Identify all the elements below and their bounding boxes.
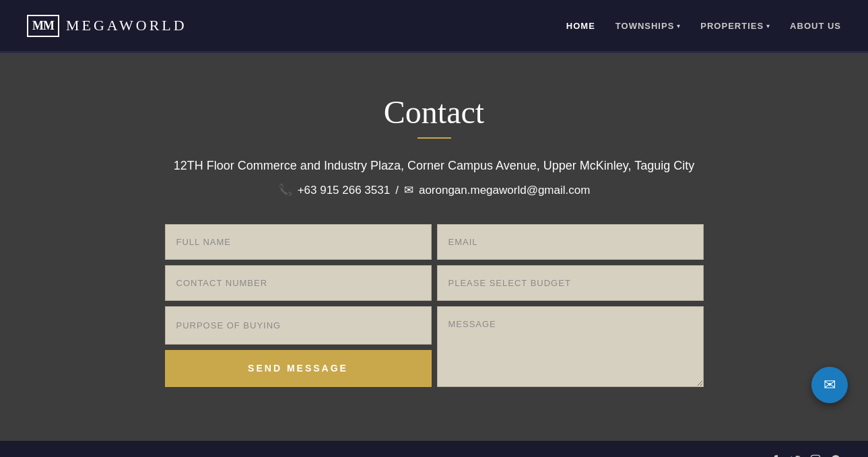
nav-item-properties[interactable]: PROPERTIES ▾	[700, 21, 770, 31]
brand-name: Megaworld	[66, 17, 187, 34]
facebook-icon[interactable]	[770, 454, 780, 457]
floating-mail-icon: ✉	[824, 376, 836, 394]
contact-phone: +63 915 266 3531	[298, 184, 391, 197]
nav-link-properties[interactable]: PROPERTIES	[700, 21, 764, 31]
contact-phone-email: 📞 +63 915 266 3531 / ✉ aorongan.megaworl…	[13, 183, 855, 197]
message-textarea[interactable]	[437, 306, 704, 387]
floating-mail-button[interactable]: ✉	[811, 367, 848, 403]
budget-select[interactable]: Please Select Budget	[437, 265, 704, 301]
email-input[interactable]	[437, 224, 704, 260]
purpose-input[interactable]	[165, 306, 432, 345]
instagram-icon[interactable]	[810, 454, 821, 457]
townships-dropdown-arrow: ▾	[677, 22, 680, 30]
footer: © 2019 - Mega World Corporation	[0, 441, 868, 457]
contact-number-input[interactable]	[165, 265, 432, 301]
brand-logo-text: MM	[32, 19, 54, 33]
send-button[interactable]: SEND MESSAGE	[165, 350, 432, 388]
nav-link-townships[interactable]: TOWNSHIPS	[615, 21, 675, 31]
nav-menu: HOME TOWNSHIPS ▾ PROPERTIES ▾ ABOUT US	[566, 20, 841, 32]
twitter-icon[interactable]	[790, 454, 801, 457]
nav-item-about[interactable]: ABOUT US	[790, 20, 841, 32]
properties-dropdown-arrow: ▾	[766, 22, 770, 30]
contact-email: aorongan.megaworld@gmail.com	[419, 184, 590, 197]
nav-dropdown-townships[interactable]: TOWNSHIPS ▾	[615, 21, 681, 31]
footer-socials	[770, 454, 841, 457]
brand-logo-link[interactable]: MM Megaworld	[27, 15, 187, 37]
page-title: Contact	[13, 94, 855, 131]
nav-item-townships[interactable]: TOWNSHIPS ▾	[615, 21, 681, 31]
main-content: Contact 12TH Floor Commerce and Industry…	[0, 53, 868, 441]
contact-address: 12TH Floor Commerce and Industry Plaza, …	[13, 159, 855, 173]
title-underline	[418, 137, 451, 139]
nav-link-home[interactable]: HOME	[566, 21, 595, 31]
contact-divider: /	[395, 184, 399, 197]
phone-icon: 📞	[278, 183, 292, 197]
navbar: MM Megaworld HOME TOWNSHIPS ▾ PROPERTIES…	[0, 0, 868, 53]
nav-item-home[interactable]: HOME	[566, 20, 595, 32]
nav-dropdown-properties[interactable]: PROPERTIES ▾	[700, 21, 770, 31]
contact-form: Please Select Budget SEND MESSAGE	[165, 224, 704, 387]
pinterest-icon[interactable]	[830, 454, 841, 457]
nav-link-about[interactable]: ABOUT US	[790, 21, 841, 31]
brand-logo: MM	[27, 15, 59, 37]
email-icon: ✉	[404, 183, 413, 197]
full-name-input[interactable]	[165, 224, 432, 260]
